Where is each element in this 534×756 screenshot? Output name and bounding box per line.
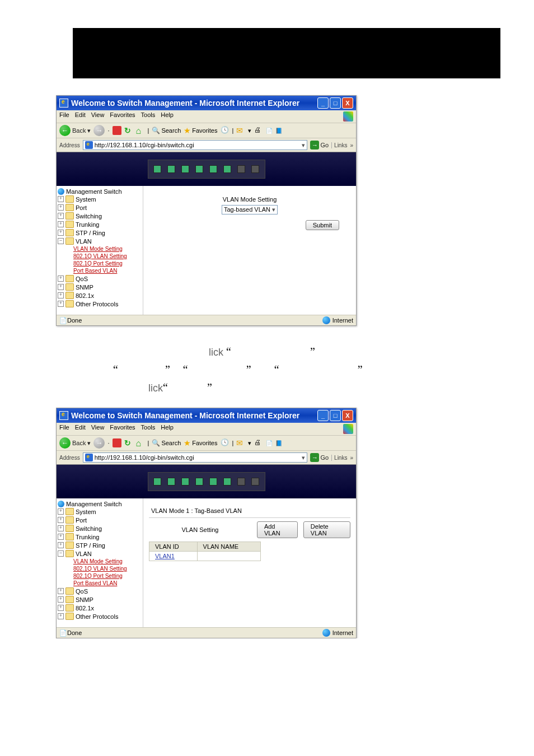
statusbar: 📄 Done Internet: [57, 315, 356, 325]
tree-vlan-portbased[interactable]: Port Based VLAN: [73, 267, 142, 274]
history-icon[interactable]: [221, 438, 229, 447]
main-panel-1: VLAN Mode Setting Tag-based VLAN Submit: [143, 186, 356, 315]
menu-help[interactable]: Help: [161, 111, 174, 122]
tree-vlan-mode[interactable]: VLAN Mode Setting: [73, 245, 142, 253]
address-label: Address: [59, 142, 80, 148]
print-icon[interactable]: [254, 126, 263, 135]
close-button[interactable]: X: [342, 410, 353, 421]
go-button[interactable]: Go: [310, 453, 329, 462]
links-label[interactable]: Links: [331, 142, 347, 148]
windows-logo-icon: [343, 424, 353, 434]
menu-file[interactable]: File: [59, 111, 69, 122]
tree-port[interactable]: +Port: [58, 203, 142, 212]
tree-other[interactable]: +Other Protocols: [58, 300, 142, 308]
tree-system[interactable]: +System: [58, 507, 142, 516]
tree-vlan[interactable]: −VLAN: [58, 237, 142, 245]
search-button[interactable]: Search: [152, 127, 181, 134]
tree-qos[interactable]: +QoS: [58, 274, 142, 283]
home-icon[interactable]: [136, 438, 145, 447]
tree-root[interactable]: Management Switch: [58, 188, 142, 195]
address-label: Address: [59, 455, 80, 461]
links-label[interactable]: Links: [331, 455, 347, 461]
tree-system[interactable]: +System: [58, 195, 142, 203]
maximize-button[interactable]: □: [330, 97, 341, 109]
tree-vlan-8021q[interactable]: 802.1Q VLAN Setting: [73, 253, 142, 260]
home-icon[interactable]: [136, 126, 145, 135]
menu-tools[interactable]: Tools: [141, 111, 156, 122]
vlan-setting-label: VLAN Setting: [149, 526, 251, 533]
tree-stp[interactable]: +STP / Ring: [58, 541, 142, 549]
refresh-icon[interactable]: [124, 126, 133, 135]
vlan-id-link[interactable]: VLAN1: [155, 553, 175, 559]
forward-button[interactable]: [93, 125, 105, 136]
tree-8021x[interactable]: +802.1x: [58, 291, 142, 300]
ie-window-2: Welcome to Switch Management - Microsoft…: [56, 408, 357, 638]
menu-favorites[interactable]: Favorites: [110, 424, 135, 434]
stop-icon[interactable]: [113, 126, 121, 135]
menu-edit[interactable]: Edit: [75, 111, 86, 122]
menu-file[interactable]: File: [59, 424, 69, 434]
window-title: Welcome to Switch Management - Microsoft…: [71, 99, 299, 108]
tree-snmp[interactable]: +SNMP: [58, 283, 142, 291]
minimize-button[interactable]: _: [317, 97, 329, 109]
vlan-mode-label: VLAN Mode 1 : Tag-Based VLAN: [149, 504, 350, 518]
close-button[interactable]: X: [342, 97, 353, 109]
toolbar: Back ▾ · | Search Favorites | ▾ 📄 📘: [57, 123, 356, 138]
vlan-mode-select[interactable]: Tag-based VLAN: [222, 205, 278, 214]
address-input[interactable]: http://192.168.1.10/cgi-bin/switch.cgi ▾: [83, 452, 308, 463]
mail-icon[interactable]: [236, 438, 245, 447]
delete-vlan-button[interactable]: Delete VLAN: [303, 521, 350, 538]
submit-button[interactable]: Submit: [306, 220, 339, 230]
toolbar-extra-icon[interactable]: 📄: [266, 128, 273, 134]
tree-8021x[interactable]: +802.1x: [58, 604, 142, 612]
back-button[interactable]: Back ▾: [59, 437, 91, 449]
tree-vlan-8021q[interactable]: 802.1Q VLAN Setting: [73, 565, 142, 572]
history-icon[interactable]: [221, 126, 229, 135]
stop-icon[interactable]: [113, 438, 121, 447]
address-input[interactable]: http://192.168.1.10/cgi-bin/switch.cgi ▾: [83, 140, 308, 150]
tree-stp[interactable]: +STP / Ring: [58, 228, 142, 237]
favorites-button[interactable]: Favorites: [184, 126, 217, 135]
tree-switching[interactable]: +Switching: [58, 524, 142, 533]
add-vlan-button[interactable]: Add VLAN: [257, 521, 298, 538]
redaction-bar: [73, 28, 500, 78]
tree-port[interactable]: +Port: [58, 516, 142, 524]
windows-logo-icon: [343, 111, 353, 122]
back-button[interactable]: Back ▾: [59, 125, 91, 136]
statusbar: 📄 Done Internet: [57, 627, 356, 638]
tree-root[interactable]: Management Switch: [58, 501, 142, 507]
toolbar-extra-icon-2[interactable]: 📘: [275, 128, 282, 134]
print-icon[interactable]: [254, 438, 263, 447]
tree-vlan-portbased[interactable]: Port Based VLAN: [73, 580, 142, 587]
minimize-button[interactable]: _: [317, 410, 329, 421]
maximize-button[interactable]: □: [330, 410, 341, 421]
toolbar-extra-icon[interactable]: 📄: [266, 440, 273, 446]
tree-snmp[interactable]: +SNMP: [58, 595, 142, 604]
tree-vlan-mode[interactable]: VLAN Mode Setting: [73, 558, 142, 565]
menu-favorites[interactable]: Favorites: [110, 111, 135, 122]
tree-vlan-port[interactable]: 802.1Q Port Setting: [73, 260, 142, 267]
mail-icon[interactable]: [236, 126, 245, 135]
refresh-icon[interactable]: [124, 438, 133, 447]
menu-edit[interactable]: Edit: [75, 424, 86, 434]
site-icon: [85, 454, 93, 461]
menubar: File Edit View Favorites Tools Help: [57, 423, 356, 436]
tree-vlan-port[interactable]: 802.1Q Port Setting: [73, 572, 142, 580]
search-button[interactable]: Search: [152, 439, 181, 447]
tree-switching[interactable]: +Switching: [58, 212, 142, 220]
tree-trunking[interactable]: +Trunking: [58, 533, 142, 541]
menu-view[interactable]: View: [91, 424, 105, 434]
go-button[interactable]: Go: [310, 141, 329, 150]
menu-view[interactable]: View: [91, 111, 105, 122]
toolbar-extra-icon-2[interactable]: 📘: [275, 440, 282, 446]
tree-other[interactable]: +Other Protocols: [58, 612, 142, 620]
tree-trunking[interactable]: +Trunking: [58, 220, 142, 228]
tree-qos[interactable]: +QoS: [58, 587, 142, 595]
favorites-button[interactable]: Favorites: [184, 438, 217, 447]
col-vlan-name: VLAN NAME: [197, 542, 260, 552]
device-header-image: [57, 465, 356, 498]
menu-help[interactable]: Help: [161, 424, 174, 434]
forward-button[interactable]: [93, 437, 105, 449]
tree-vlan[interactable]: −VLAN: [58, 549, 142, 558]
menu-tools[interactable]: Tools: [141, 424, 156, 434]
